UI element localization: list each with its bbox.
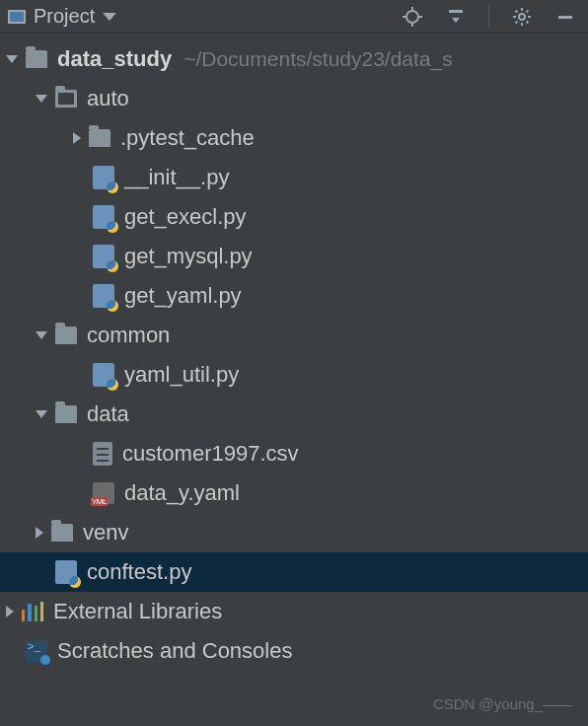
tree-row-root[interactable]: data_study ~/Documents/study23/data_s	[0, 39, 588, 79]
chevron-right-icon[interactable]	[36, 527, 43, 539]
svg-rect-16	[558, 16, 572, 19]
python-file-icon	[55, 560, 77, 584]
project-tree: data_study ~/Documents/study23/data_s au…	[0, 34, 588, 671]
tree-label: data_y.yaml	[124, 480, 240, 506]
svg-rect-5	[449, 10, 463, 13]
toolbar-divider	[488, 5, 489, 29]
project-toolbar: Project	[0, 0, 588, 34]
tree-label: get_execl.py	[124, 204, 247, 230]
chevron-right-icon[interactable]	[6, 606, 14, 617]
tree-label: get_yaml.py	[124, 283, 242, 309]
tree-label: .pytest_cache	[120, 125, 255, 151]
tree-row-customer-csv[interactable]: customer1997.csv	[0, 434, 588, 473]
chevron-down-icon[interactable]	[36, 410, 47, 418]
chevron-right-icon[interactable]	[73, 132, 81, 144]
tree-row-common[interactable]: common	[0, 316, 588, 355]
tree-label: External Libraries	[53, 599, 222, 624]
tree-label: data_study	[57, 46, 172, 72]
python-file-icon	[93, 205, 114, 229]
package-folder-icon	[55, 90, 77, 108]
folder-icon	[55, 405, 77, 423]
tree-row-pytest-cache[interactable]: .pytest_cache	[0, 118, 588, 158]
tree-label: Scratches and Consoles	[57, 638, 292, 664]
tree-row-get-execl[interactable]: get_execl.py	[0, 197, 588, 237]
tree-row-init[interactable]: __init__.py	[0, 158, 588, 197]
python-file-icon	[93, 363, 114, 387]
tree-label: conftest.py	[87, 559, 191, 585]
dropdown-arrow-icon[interactable]	[103, 13, 116, 21]
folder-icon	[55, 327, 77, 344]
folder-icon	[26, 50, 47, 68]
tree-label: customer1997.csv	[122, 441, 299, 467]
python-file-icon	[93, 166, 114, 189]
svg-point-7	[519, 14, 525, 20]
settings-gear-icon[interactable]	[511, 6, 533, 28]
tree-row-scratches[interactable]: Scratches and Consoles	[0, 631, 588, 671]
libraries-icon	[22, 602, 43, 621]
svg-marker-6	[452, 18, 460, 23]
python-file-icon	[93, 245, 114, 268]
locate-icon[interactable]	[402, 6, 423, 28]
chevron-down-icon[interactable]	[36, 95, 47, 103]
csv-file-icon	[93, 442, 112, 466]
expand-all-icon[interactable]	[445, 6, 467, 28]
tree-label: common	[87, 323, 170, 348]
tree-row-external-libs[interactable]: External Libraries	[0, 592, 588, 631]
watermark: CSDN @young_——	[433, 695, 572, 712]
yaml-file-icon	[93, 482, 114, 504]
tree-row-conftest[interactable]: conftest.py	[0, 552, 588, 592]
tree-path: ~/Documents/study23/data_s	[184, 47, 453, 71]
tree-row-auto[interactable]: auto	[0, 79, 588, 118]
tree-label: __init__.py	[124, 165, 229, 190]
folder-icon	[51, 524, 73, 542]
tree-row-data[interactable]: data	[0, 395, 588, 434]
svg-line-15	[527, 10, 529, 12]
tree-row-yaml-util[interactable]: yaml_util.py	[0, 355, 588, 395]
svg-point-0	[406, 11, 418, 23]
chevron-down-icon[interactable]	[36, 331, 47, 339]
tree-label: auto	[87, 86, 129, 111]
tree-label: venv	[83, 520, 128, 545]
python-file-icon	[93, 284, 114, 308]
tree-label: data	[87, 401, 129, 427]
svg-line-13	[527, 21, 529, 23]
chevron-down-icon[interactable]	[6, 55, 18, 63]
svg-line-12	[516, 10, 518, 12]
tree-row-get-mysql[interactable]: get_mysql.py	[0, 237, 588, 276]
scratches-icon	[26, 640, 47, 662]
tree-row-get-yaml[interactable]: get_yaml.py	[0, 276, 588, 316]
hide-icon[interactable]	[554, 6, 576, 28]
project-icon	[8, 10, 26, 24]
tree-row-data-yaml[interactable]: data_y.yaml	[0, 473, 588, 513]
tree-label: yaml_util.py	[124, 362, 239, 388]
svg-line-14	[516, 21, 518, 23]
project-title[interactable]: Project	[34, 5, 95, 28]
tree-label: get_mysql.py	[124, 244, 253, 269]
folder-icon	[89, 129, 110, 147]
tree-row-venv[interactable]: venv	[0, 513, 588, 552]
